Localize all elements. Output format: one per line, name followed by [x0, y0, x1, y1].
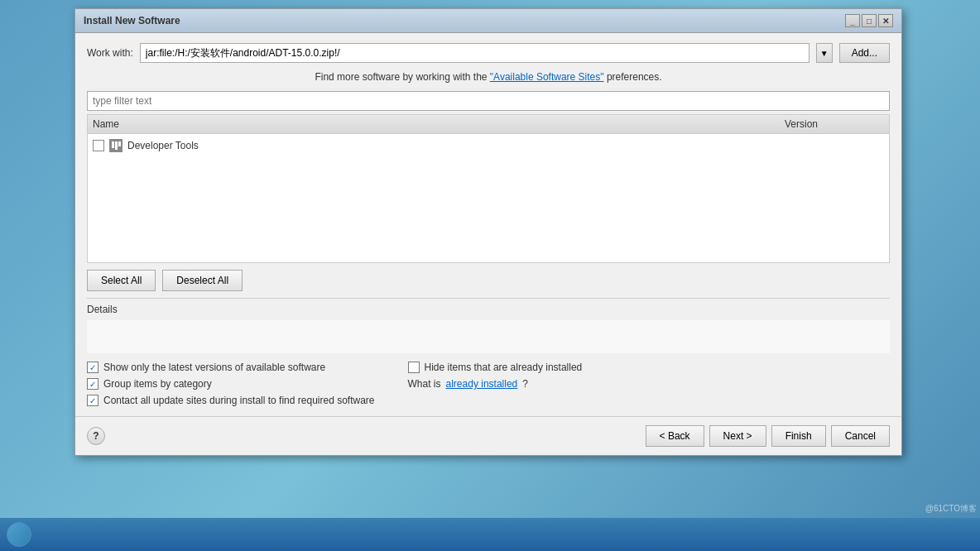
details-label: Details: [87, 304, 890, 315]
filter-input[interactable]: [87, 91, 890, 111]
add-button[interactable]: Add...: [839, 43, 890, 63]
group-by-category-label: Group items by category: [103, 378, 212, 390]
contact-update-sites-option: Contact all update sites during install …: [87, 395, 375, 406]
select-all-button[interactable]: Select All: [87, 270, 156, 291]
already-installed-link[interactable]: already installed: [446, 378, 518, 390]
options-section: Show only the latest versions of availab…: [87, 362, 890, 406]
col-version-header: Version: [718, 118, 884, 130]
software-table-wrapper: Name Version Developer Tools: [87, 114, 890, 263]
what-is-text: What is: [408, 378, 441, 390]
taskbar: [0, 518, 980, 551]
work-with-dropdown[interactable]: ▼: [816, 43, 833, 63]
watermark: @61CTO博客: [925, 503, 977, 515]
col-name-header: Name: [93, 118, 718, 130]
row-label: Developer Tools: [127, 140, 199, 151]
row-checkbox[interactable]: [93, 140, 104, 151]
details-section: Details: [87, 298, 890, 353]
dialog-content: Work with: ▼ Add... Find more software b…: [75, 33, 901, 416]
work-with-label: Work with:: [87, 47, 133, 59]
contact-update-sites-label: Contact all update sites during install …: [103, 395, 375, 406]
developer-tools-icon: [109, 139, 122, 152]
maximize-button[interactable]: □: [862, 14, 877, 27]
table-body: Developer Tools: [88, 134, 889, 157]
contact-update-sites-checkbox[interactable]: [87, 395, 98, 406]
work-with-row: Work with: ▼ Add...: [87, 43, 890, 63]
table-row[interactable]: Developer Tools: [93, 137, 884, 154]
title-bar-buttons: _ □ ✕: [845, 14, 893, 27]
details-area: [87, 320, 890, 353]
work-with-input[interactable]: [140, 43, 809, 63]
group-by-category-checkbox[interactable]: [87, 378, 98, 390]
finish-button[interactable]: Finish: [771, 425, 826, 447]
dialog-title: Install New Software: [84, 15, 180, 26]
options-right: Hide items that are already installed Wh…: [408, 362, 583, 406]
dialog-title-bar: Install New Software _ □ ✕: [75, 9, 901, 33]
minimize-button[interactable]: _: [845, 14, 860, 27]
already-installed-row: What is already installed ?: [408, 378, 583, 390]
help-button[interactable]: ?: [87, 427, 105, 445]
back-button[interactable]: < Back: [646, 425, 704, 447]
already-installed-suffix: ?: [522, 378, 528, 390]
find-more-suffix: preferences.: [607, 71, 662, 83]
hide-installed-label: Hide items that are already installed: [425, 362, 583, 373]
cancel-button[interactable]: Cancel: [831, 425, 890, 447]
install-dialog: Install New Software _ □ ✕ Work with: ▼ …: [74, 8, 902, 456]
next-button[interactable]: Next >: [709, 425, 766, 447]
available-software-sites-link[interactable]: "Available Software Sites": [490, 71, 604, 83]
hide-installed-option: Hide items that are already installed: [408, 362, 583, 373]
find-more-text: Find more software by working with the: [315, 71, 489, 83]
selection-buttons: Select All Deselect All: [87, 270, 890, 291]
show-latest-checkbox[interactable]: [87, 362, 98, 373]
hide-installed-checkbox[interactable]: [408, 362, 420, 373]
options-left: Show only the latest versions of availab…: [87, 362, 375, 406]
software-table: Name Version Developer Tools: [87, 114, 890, 263]
close-button[interactable]: ✕: [878, 14, 893, 27]
show-latest-option: Show only the latest versions of availab…: [87, 362, 375, 373]
start-button[interactable]: [7, 522, 31, 547]
table-header: Name Version: [88, 115, 889, 134]
group-by-category-option: Group items by category: [87, 378, 375, 390]
find-more-row: Find more software by working with the "…: [87, 71, 890, 83]
dialog-footer: ? < Back Next > Finish Cancel: [75, 416, 901, 455]
deselect-all-button[interactable]: Deselect All: [162, 270, 243, 291]
show-latest-label: Show only the latest versions of availab…: [103, 362, 325, 373]
